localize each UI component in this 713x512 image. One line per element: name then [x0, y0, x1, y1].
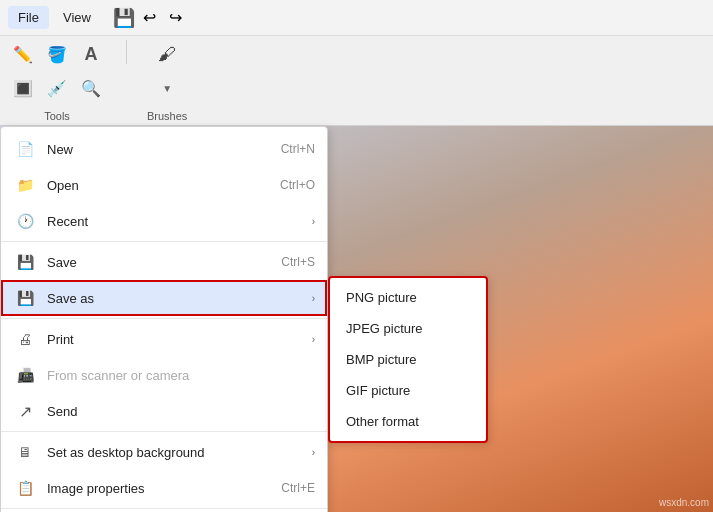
- menu-item-print[interactable]: 🖨 Print ›: [1, 321, 327, 357]
- submenu-item-other[interactable]: Other format: [330, 406, 486, 437]
- brushes-icons-row: 🖌: [152, 40, 182, 70]
- menu-overlay: 📄 New Ctrl+N 📁 Open Ctrl+O 🕐 Recent › 💾: [0, 126, 713, 512]
- text-icon[interactable]: A: [76, 40, 106, 70]
- pencil-icon[interactable]: ✏️: [8, 40, 38, 70]
- magnifier-icon[interactable]: 🔍: [76, 74, 106, 104]
- menu-item-new-label: New: [47, 142, 273, 157]
- submenu-item-png[interactable]: PNG picture: [330, 282, 486, 313]
- redo-toolbar-icon[interactable]: ↪: [165, 7, 187, 29]
- menu-item-save-as[interactable]: 💾 Save as › PNG picture JPEG picture BMP…: [1, 280, 327, 316]
- desktop-bg-icon: 🖥: [13, 440, 37, 464]
- separator-1: [1, 241, 327, 242]
- tools-label: Tools: [44, 110, 70, 122]
- desktop-bg-arrow: ›: [312, 447, 315, 458]
- tools-icons-row: ✏️ 🪣 A: [8, 40, 106, 70]
- menu-item-open[interactable]: 📁 Open Ctrl+O: [1, 167, 327, 203]
- ribbon-brushes-group: 🖌 ▼ Brushes: [147, 40, 187, 121]
- menu-item-print-label: Print: [47, 332, 308, 347]
- save-as-submenu: PNG picture JPEG picture BMP picture GIF…: [328, 276, 488, 443]
- tools-icons-row2: 🔳 💉 🔍: [8, 74, 106, 104]
- save-as-arrow: ›: [312, 293, 315, 304]
- menu-item-new-shortcut: Ctrl+N: [281, 142, 315, 156]
- ribbon-tools-group: ✏️ 🪣 A 🔳 💉 🔍 Tools: [8, 40, 106, 121]
- new-icon: 📄: [13, 137, 37, 161]
- save-toolbar-icon[interactable]: 💾: [113, 7, 135, 29]
- menu-item-save-as-label: Save as: [47, 291, 308, 306]
- menu-item-recent-label: Recent: [47, 214, 300, 229]
- submenu-item-gif[interactable]: GIF picture: [330, 375, 486, 406]
- eraser-icon[interactable]: 🔳: [8, 74, 38, 104]
- menu-item-recent[interactable]: 🕐 Recent ›: [1, 203, 327, 239]
- separator-4: [1, 508, 327, 509]
- send-icon: ↗: [13, 399, 37, 423]
- menu-item-desktop-bg[interactable]: 🖥 Set as desktop background ›: [1, 434, 327, 470]
- submenu-item-bmp[interactable]: BMP picture: [330, 344, 486, 375]
- brush-icon[interactable]: 🖌: [152, 40, 182, 70]
- open-icon: 📁: [13, 173, 37, 197]
- print-icon: 🖨: [13, 327, 37, 351]
- menu-item-save[interactable]: 💾 Save Ctrl+S: [1, 244, 327, 280]
- scanner-icon: 📠: [13, 363, 37, 387]
- file-menu-button[interactable]: File: [8, 6, 49, 29]
- ribbon: ✏️ 🪣 A 🔳 💉 🔍 Tools 🖌 ▼ Brushes: [0, 36, 713, 126]
- menu-item-properties-label: Image properties: [47, 481, 273, 496]
- menu-item-properties-shortcut: Ctrl+E: [281, 481, 315, 495]
- fill-icon[interactable]: 🪣: [42, 40, 72, 70]
- menu-item-open-label: Open: [47, 178, 272, 193]
- print-arrow: ›: [312, 334, 315, 345]
- menu-item-properties[interactable]: 📋 Image properties Ctrl+E: [1, 470, 327, 506]
- menu-item-scanner-label: From scanner or camera: [47, 368, 315, 383]
- color-picker-icon[interactable]: 💉: [42, 74, 72, 104]
- undo-toolbar-icon[interactable]: ↩: [139, 7, 161, 29]
- save-as-icon: 💾: [13, 286, 37, 310]
- top-bar: File View 💾 ↩ ↪: [0, 0, 713, 36]
- menu-item-new[interactable]: 📄 New Ctrl+N: [1, 131, 327, 167]
- menu-item-save-shortcut: Ctrl+S: [281, 255, 315, 269]
- brushes-dropdown[interactable]: ▼: [152, 74, 182, 104]
- file-dropdown: 📄 New Ctrl+N 📁 Open Ctrl+O 🕐 Recent › 💾: [0, 126, 328, 512]
- main-layout: 📄 New Ctrl+N 📁 Open Ctrl+O 🕐 Recent › 💾: [0, 126, 713, 512]
- menu-item-desktop-bg-label: Set as desktop background: [47, 445, 308, 460]
- save-icon: 💾: [13, 250, 37, 274]
- recent-arrow: ›: [312, 216, 315, 227]
- menu-item-send-label: Send: [47, 404, 315, 419]
- separator-3: [1, 431, 327, 432]
- properties-icon: 📋: [13, 476, 37, 500]
- menu-item-send[interactable]: ↗ Send: [1, 393, 327, 429]
- menu-item-open-shortcut: Ctrl+O: [280, 178, 315, 192]
- menu-item-save-label: Save: [47, 255, 273, 270]
- recent-icon: 🕐: [13, 209, 37, 233]
- ribbon-separator-1: [126, 40, 127, 64]
- brushes-label: Brushes: [147, 110, 187, 122]
- separator-2: [1, 318, 327, 319]
- menu-item-scanner[interactable]: 📠 From scanner or camera: [1, 357, 327, 393]
- view-menu-button[interactable]: View: [53, 6, 101, 29]
- submenu-item-jpeg[interactable]: JPEG picture: [330, 313, 486, 344]
